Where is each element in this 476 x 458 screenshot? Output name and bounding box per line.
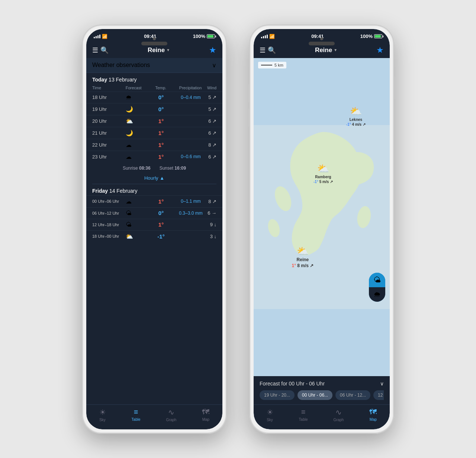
forecast-label: Forecast for 00 Uhr - 06 Uhr: [260, 381, 325, 387]
dropdown-arrow: ▼: [166, 48, 170, 52]
time-pill-3[interactable]: 06 Uhr - 12...: [335, 390, 370, 400]
tab-graph-label-2: Graph: [334, 418, 344, 422]
status-time-2: 09:41: [311, 33, 324, 39]
map-scale: 5 km: [258, 62, 286, 68]
battery-area: 100%: [193, 33, 215, 39]
nav-bar: ☰ 🔍 Reine ▼ ★: [86, 42, 222, 58]
vol-down-button-2: [248, 108, 249, 127]
tab-sky-label: Sky: [99, 418, 106, 422]
map-weather-toggle[interactable]: 🌤 🌧: [369, 273, 385, 302]
sunset-label: Sunset 16:09: [160, 166, 186, 171]
table-icon: ≡: [134, 408, 138, 416]
tab-bar-2: ☀ Sky ≡ Table ∿ Graph 🗺 Map: [254, 404, 390, 429]
tab-graph-2[interactable]: ∿ Graph: [334, 408, 344, 422]
rain-icon: 🌧: [373, 290, 381, 299]
menu-button-2[interactable]: ☰ 🔍: [260, 46, 276, 54]
tab-map-label-2: Map: [370, 417, 377, 422]
status-time: 09:41: [144, 33, 156, 39]
search-icon-2: 🔍: [268, 46, 276, 54]
signal-area-2: 📶: [261, 34, 275, 39]
scale-line: [261, 65, 272, 65]
scale-label: 5 km: [274, 63, 283, 67]
battery-icon-2: [374, 34, 382, 38]
time-pills: 19 Uhr - 20... 00 Uhr - 06... 06 Uhr - 1…: [260, 390, 384, 400]
collapse-icon: ∨: [212, 62, 216, 69]
map-svg: [254, 58, 390, 376]
location-title[interactable]: Reine ▼: [148, 47, 170, 54]
tab-table-label-2: Table: [299, 417, 308, 422]
vol-down-button: [80, 108, 82, 127]
signal-bars-2: [261, 35, 268, 38]
sunrise-label: Sunrise 08:36: [123, 166, 151, 171]
menu-icon-2: ☰: [260, 46, 266, 54]
rain-layer-button[interactable]: 🌧: [369, 287, 385, 302]
sun-info: Sunrise 08:36 Sunset 16:09: [86, 163, 222, 174]
location-name: Reine: [148, 47, 165, 54]
pin-ramberg[interactable]: ⛅ Ramberg -1° 5 m/s ↗: [313, 163, 333, 184]
wifi-icon-2: 📶: [269, 34, 275, 39]
friday-header: Friday 14 February: [86, 184, 222, 195]
sky-icon: ☀: [99, 408, 106, 417]
tab-map[interactable]: 🗺 Map: [202, 408, 209, 422]
battery-area-2: 100%: [360, 33, 382, 39]
tab-table-label: Table: [132, 417, 141, 422]
tab-bar: ☀ Sky ≡ Table ∿ Graph 🗺 Map: [86, 404, 222, 429]
phone-2: 📶 09:41 100% ☰ 🔍 Reine: [249, 25, 394, 434]
ramberg-label: Ramberg -1° 5 m/s ↗: [313, 174, 333, 184]
time-pill-4[interactable]: 12 Uhr - 18...: [373, 390, 384, 400]
tab-sky-label-2: Sky: [267, 418, 273, 422]
col-time-label: Time: [92, 86, 126, 90]
table-row: 12 Uhr–18 Uhr 🌤 1° 9 ↓: [86, 219, 222, 230]
tab-sky[interactable]: ☀ Sky: [99, 408, 106, 422]
pin-reine[interactable]: ⛅ Reine 1° 8 m/s ↗: [292, 246, 313, 269]
col-precip-label: Precipitation: [174, 86, 207, 90]
sky-icon-2: ☀: [267, 408, 273, 417]
leknes-label: Leknes -1° 4 m/s ↗: [346, 117, 366, 127]
obs-header[interactable]: Weather observations ∨: [86, 58, 222, 73]
forecast-collapse: ∨: [380, 381, 384, 387]
pin-leknes[interactable]: ⛅ Leknes -1° 4 m/s ↗: [346, 106, 366, 127]
tab-table[interactable]: ≡ Table: [132, 408, 141, 422]
map-icon: 🗺: [202, 408, 209, 416]
table-row: 22 Uhr ☁ 1° 8 ↗: [86, 139, 222, 151]
map-area[interactable]: 5 km ⛅ Leknes -1° 4 m/s ↗ ⛅ Ramberg: [254, 58, 390, 376]
weather-layer-button[interactable]: 🌤: [369, 273, 385, 287]
tab-map-label: Map: [202, 417, 209, 422]
status-bar-2: 📶 09:41 100%: [254, 29, 390, 42]
graph-icon: ∿: [168, 408, 174, 417]
time-pill-1[interactable]: 19 Uhr - 20...: [260, 390, 295, 400]
forecast-bottom: Forecast for 00 Uhr - 06 Uhr ∨ 19 Uhr - …: [254, 376, 390, 404]
menu-button[interactable]: ☰ 🔍: [92, 46, 109, 54]
nav-bar-2: ☰ 🔍 Reine ▼ ★: [254, 42, 390, 58]
signal-area: 📶: [94, 34, 107, 39]
today-header: Today 13 February: [86, 73, 222, 84]
menu-icon: ☰: [92, 46, 98, 54]
wifi-icon: 📶: [102, 34, 107, 39]
forecast-title: Forecast for 00 Uhr - 06 Uhr ∨: [260, 381, 384, 387]
battery-label-2: 100%: [360, 33, 373, 39]
power-button: [227, 77, 228, 99]
hourly-button[interactable]: Hourly ▲: [86, 174, 222, 184]
power-button-2: [394, 77, 396, 99]
tab-graph[interactable]: ∿ Graph: [166, 408, 177, 422]
map-icon-2: 🗺: [369, 408, 377, 416]
table-row: 19 Uhr 🌙 0° 5 ↗: [86, 103, 222, 115]
time-pill-2[interactable]: 00 Uhr - 06...: [298, 390, 332, 400]
tab-map-2[interactable]: 🗺 Map: [369, 408, 377, 422]
tab-sky-2[interactable]: ☀ Sky: [267, 408, 273, 422]
col-temp-label: Temp.: [148, 86, 174, 90]
col-forecast-label: Forecast: [126, 86, 148, 90]
search-icon: 🔍: [100, 46, 109, 54]
location-title-2[interactable]: Reine ▼: [315, 47, 337, 54]
reine-label: Reine 1° 8 m/s ↗: [292, 257, 313, 269]
table-row: 20 Uhr ⛅ 1° 6 ↗: [86, 115, 222, 127]
tab-graph-label: Graph: [166, 418, 177, 422]
favorite-star-2[interactable]: ★: [376, 45, 384, 55]
table-row: 06 Uhr–12 Uhr 🌤 0° 0.3–3.0 mm 6 →: [86, 207, 222, 219]
cloud-icon-leknes: ⛅: [350, 106, 362, 117]
tab-table-2[interactable]: ≡ Table: [299, 408, 308, 422]
dropdown-arrow-2: ▼: [334, 48, 337, 52]
cloud-icon-ramberg: ⛅: [317, 163, 329, 174]
favorite-star[interactable]: ★: [209, 45, 216, 55]
location-name-2: Reine: [315, 47, 332, 54]
